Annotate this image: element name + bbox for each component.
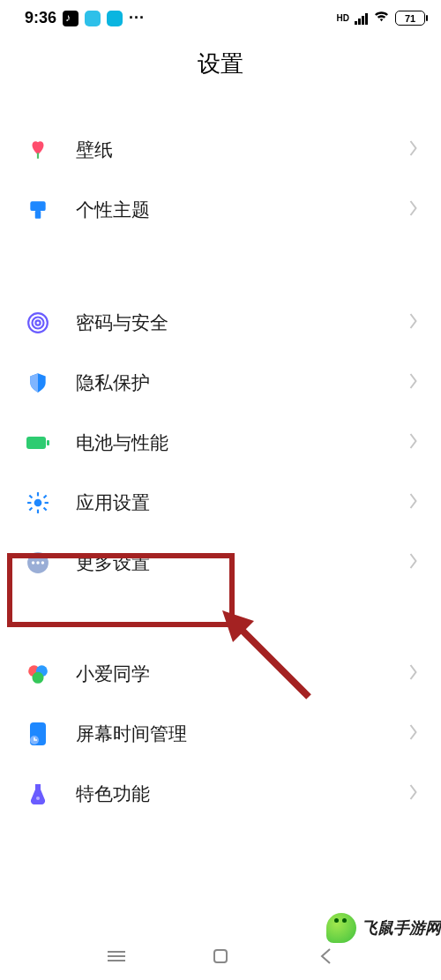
recents-button[interactable]	[97, 943, 136, 969]
status-more: ···	[129, 9, 145, 27]
watermark: 飞鼠手游网	[326, 913, 441, 943]
status-time: 9:36	[25, 9, 56, 27]
shield-icon	[21, 371, 55, 394]
svg-rect-10	[37, 510, 39, 513]
svg-rect-13	[29, 495, 34, 499]
chevron-right-icon	[408, 200, 418, 220]
signal-icon	[355, 12, 368, 25]
svg-point-19	[36, 561, 39, 564]
fingerprint-icon	[21, 311, 55, 334]
notify-app2-icon	[107, 11, 123, 26]
gear-icon	[21, 491, 55, 514]
back-button[interactable]	[306, 943, 345, 969]
svg-rect-2	[35, 211, 41, 219]
svg-rect-32	[214, 950, 227, 962]
svg-rect-15	[43, 495, 48, 499]
chevron-right-icon	[408, 373, 418, 393]
row-password-security-label: 密码与安全	[76, 310, 408, 335]
row-app-settings-label: 应用设置	[76, 490, 408, 515]
svg-rect-1	[30, 201, 45, 211]
row-wallpaper[interactable]: 壁纸	[0, 120, 441, 180]
status-hd-icon: HD	[337, 13, 349, 23]
row-special-features-label: 特色功能	[76, 782, 408, 806]
row-privacy[interactable]: 隐私保护	[0, 353, 441, 413]
svg-rect-11	[27, 502, 31, 504]
chevron-right-icon	[408, 724, 418, 744]
chevron-right-icon	[408, 433, 418, 453]
svg-rect-16	[29, 507, 34, 512]
row-screen-time[interactable]: 屏幕时间管理	[0, 704, 441, 764]
svg-rect-6	[26, 437, 46, 449]
nav-bar	[0, 943, 441, 969]
row-themes[interactable]: 个性主题	[0, 180, 441, 240]
svg-point-5	[35, 320, 40, 325]
row-themes-label: 个性主题	[76, 198, 408, 222]
row-battery[interactable]: 电池与性能	[0, 413, 441, 473]
wifi-icon	[373, 10, 390, 26]
svg-rect-9	[37, 492, 39, 496]
row-screen-time-label: 屏幕时间管理	[76, 722, 408, 746]
svg-point-18	[32, 561, 34, 564]
chevron-right-icon	[408, 313, 418, 333]
svg-point-4	[33, 318, 44, 329]
more-icon	[21, 551, 55, 574]
row-more-settings[interactable]: 更多设置	[0, 533, 441, 593]
settings-group-1: 壁纸 个性主题	[0, 120, 441, 240]
row-xiaoai[interactable]: 小爱同学	[0, 644, 441, 704]
battery-row-icon	[21, 435, 55, 451]
chevron-right-icon	[408, 140, 418, 160]
battery-icon: 71	[395, 11, 425, 26]
svg-rect-7	[47, 440, 49, 445]
status-right: HD 71	[337, 10, 425, 26]
chevron-right-icon	[408, 784, 418, 804]
watermark-text: 飞鼠手游网	[362, 917, 441, 939]
wallpaper-icon	[21, 138, 55, 161]
row-app-settings[interactable]: 应用设置	[0, 473, 441, 533]
status-left: 9:36 ···	[25, 9, 145, 27]
row-battery-label: 电池与性能	[76, 430, 408, 455]
svg-rect-12	[45, 502, 49, 504]
settings-group-3: 小爱同学 屏幕时间管理 特色功能	[0, 644, 441, 824]
svg-point-23	[33, 672, 44, 684]
row-wallpaper-label: 壁纸	[76, 138, 408, 162]
svg-rect-14	[43, 507, 48, 512]
svg-point-20	[41, 561, 44, 564]
row-password-security[interactable]: 密码与安全	[0, 293, 441, 353]
svg-marker-28	[222, 610, 254, 642]
page-title: 设置	[0, 49, 441, 79]
svg-point-8	[34, 499, 42, 507]
settings-group-2: 密码与安全 隐私保护 电池与性能 应用设置 更多设置	[0, 293, 441, 593]
battery-level: 71	[405, 13, 415, 24]
flask-icon	[21, 782, 55, 805]
chevron-right-icon	[408, 664, 418, 684]
row-privacy-label: 隐私保护	[76, 370, 408, 395]
row-special-features[interactable]: 特色功能	[0, 764, 441, 824]
status-bar: 9:36 ··· HD 71	[0, 0, 441, 31]
chevron-right-icon	[408, 493, 418, 512]
notify-app-icon	[85, 11, 101, 26]
row-more-settings-label: 更多设置	[76, 550, 408, 575]
svg-rect-0	[37, 153, 39, 159]
chevron-right-icon	[408, 553, 418, 572]
watermark-logo-icon	[326, 913, 356, 943]
douyin-icon	[63, 11, 78, 26]
themes-icon	[21, 198, 55, 221]
home-button[interactable]	[201, 943, 240, 969]
screen-time-icon	[21, 722, 55, 746]
xiaoai-icon	[21, 662, 55, 685]
svg-point-26	[36, 797, 40, 800]
row-xiaoai-label: 小爱同学	[76, 662, 408, 686]
